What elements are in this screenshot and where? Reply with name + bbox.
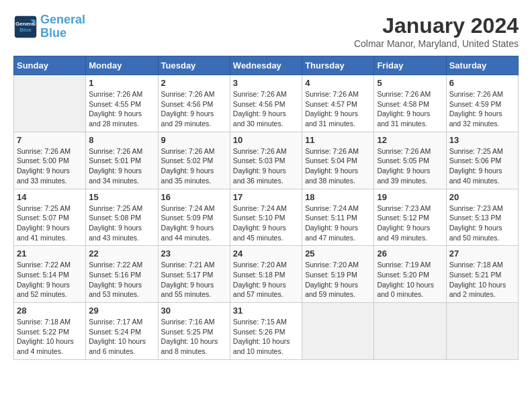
calendar-cell: 27 Sunrise: 7:18 AM Sunset: 5:21 PM Dayl… — [446, 246, 518, 303]
daylight: Daylight: 10 hours and 2 minutes. — [449, 281, 506, 299]
sunset: Sunset: 4:58 PM — [377, 100, 429, 108]
day-number: 22 — [89, 248, 154, 259]
sunset: Sunset: 5:21 PM — [449, 271, 502, 279]
calendar-cell: 10 Sunrise: 7:26 AM Sunset: 5:03 PM Dayl… — [230, 132, 302, 189]
calendar-cell: 31 Sunrise: 7:15 AM Sunset: 5:26 PM Dayl… — [230, 303, 302, 360]
day-number: 12 — [377, 135, 443, 145]
daylight: Daylight: 9 hours and 49 minutes. — [377, 224, 430, 242]
daylight: Daylight: 9 hours and 57 minutes. — [233, 281, 286, 299]
sunset: Sunset: 4:57 PM — [305, 100, 357, 108]
cell-info: Sunrise: 7:26 AM Sunset: 5:02 PM Dayligh… — [161, 146, 227, 186]
daylight: Daylight: 9 hours and 50 minutes. — [449, 224, 502, 242]
sunrise: Sunrise: 7:22 AM — [89, 261, 142, 269]
sunset: Sunset: 5:25 PM — [161, 328, 214, 336]
day-number: 3 — [233, 78, 299, 88]
cell-info: Sunrise: 7:26 AM Sunset: 5:05 PM Dayligh… — [377, 146, 443, 186]
col-tuesday: Tuesday — [158, 56, 230, 75]
sunrise: Sunrise: 7:20 AM — [233, 261, 287, 269]
cell-info: Sunrise: 7:22 AM Sunset: 5:14 PM Dayligh… — [17, 260, 83, 300]
sunset: Sunset: 5:24 PM — [89, 328, 141, 336]
day-number: 29 — [89, 306, 154, 316]
sunset: Sunset: 5:17 PM — [161, 271, 214, 279]
sunset: Sunset: 5:00 PM — [17, 156, 69, 165]
daylight: Daylight: 9 hours and 29 minutes. — [161, 109, 214, 128]
day-number: 27 — [449, 248, 515, 259]
daylight: Daylight: 10 hours and 8 minutes. — [161, 337, 218, 355]
calendar-cell: 3 Sunrise: 7:26 AM Sunset: 4:56 PM Dayli… — [230, 75, 302, 132]
day-number: 24 — [233, 248, 299, 259]
calendar-cell: 5 Sunrise: 7:26 AM Sunset: 4:58 PM Dayli… — [374, 75, 446, 132]
day-number: 19 — [377, 192, 443, 202]
sunrise: Sunrise: 7:26 AM — [449, 90, 503, 98]
cell-info: Sunrise: 7:16 AM Sunset: 5:25 PM Dayligh… — [161, 317, 227, 357]
daylight: Daylight: 9 hours and 44 minutes. — [161, 224, 214, 242]
cell-info: Sunrise: 7:26 AM Sunset: 5:03 PM Dayligh… — [233, 146, 299, 186]
sunrise: Sunrise: 7:19 AM — [377, 261, 431, 269]
sunrise: Sunrise: 7:26 AM — [377, 147, 431, 155]
day-number: 7 — [17, 135, 83, 145]
day-number: 15 — [89, 192, 154, 202]
sunrise: Sunrise: 7:21 AM — [161, 261, 215, 269]
calendar-cell — [374, 303, 446, 360]
cell-info: Sunrise: 7:26 AM Sunset: 4:55 PM Dayligh… — [89, 89, 154, 129]
cell-info: Sunrise: 7:25 AM Sunset: 5:08 PM Dayligh… — [89, 203, 154, 243]
cell-info: Sunrise: 7:26 AM Sunset: 4:57 PM Dayligh… — [305, 89, 371, 129]
sunrise: Sunrise: 7:23 AM — [377, 204, 431, 212]
daylight: Daylight: 9 hours and 45 minutes. — [233, 224, 286, 242]
sunset: Sunset: 5:08 PM — [89, 214, 141, 222]
day-number: 21 — [17, 248, 83, 259]
daylight: Daylight: 10 hours and 4 minutes. — [17, 337, 74, 355]
calendar-cell: 13 Sunrise: 7:25 AM Sunset: 5:06 PM Dayl… — [446, 132, 518, 189]
calendar-header: Sunday Monday Tuesday Wednesday Thursday… — [14, 56, 519, 75]
daylight: Daylight: 9 hours and 28 minutes. — [89, 109, 142, 128]
sunrise: Sunrise: 7:25 AM — [89, 204, 142, 212]
calendar-cell: 25 Sunrise: 7:20 AM Sunset: 5:19 PM Dayl… — [302, 246, 374, 303]
day-number: 4 — [305, 78, 371, 88]
calendar-cell: 19 Sunrise: 7:23 AM Sunset: 5:12 PM Dayl… — [374, 189, 446, 246]
daylight: Daylight: 9 hours and 31 minutes. — [305, 109, 358, 128]
calendar-cell: 2 Sunrise: 7:26 AM Sunset: 4:56 PM Dayli… — [158, 75, 230, 132]
cell-info: Sunrise: 7:21 AM Sunset: 5:17 PM Dayligh… — [161, 260, 227, 300]
sunrise: Sunrise: 7:15 AM — [233, 318, 287, 326]
day-number: 6 — [449, 78, 515, 88]
cell-info: Sunrise: 7:26 AM Sunset: 5:00 PM Dayligh… — [17, 146, 83, 186]
sunset: Sunset: 5:01 PM — [89, 156, 141, 165]
calendar-body: 1 Sunrise: 7:26 AM Sunset: 4:55 PM Dayli… — [14, 75, 519, 360]
cell-info: Sunrise: 7:15 AM Sunset: 5:26 PM Dayligh… — [233, 317, 299, 357]
day-number: 11 — [305, 135, 371, 145]
daylight: Daylight: 9 hours and 59 minutes. — [305, 281, 358, 299]
col-saturday: Saturday — [446, 56, 518, 75]
daylight: Daylight: 10 hours and 10 minutes. — [233, 337, 290, 355]
daylight: Daylight: 9 hours and 32 minutes. — [449, 109, 502, 128]
sunrise: Sunrise: 7:24 AM — [305, 204, 359, 212]
cell-info: Sunrise: 7:26 AM Sunset: 4:58 PM Dayligh… — [377, 89, 443, 129]
sunrise: Sunrise: 7:26 AM — [89, 147, 142, 155]
sunset: Sunset: 5:14 PM — [17, 271, 69, 279]
day-number: 9 — [161, 135, 227, 145]
daylight: Daylight: 9 hours and 53 minutes. — [89, 281, 142, 299]
calendar-cell — [446, 303, 518, 360]
sunrise: Sunrise: 7:26 AM — [233, 90, 287, 98]
cell-info: Sunrise: 7:24 AM Sunset: 5:09 PM Dayligh… — [161, 203, 227, 243]
day-number: 1 — [89, 78, 154, 88]
sunset: Sunset: 5:26 PM — [233, 328, 285, 336]
calendar-table: Sunday Monday Tuesday Wednesday Thursday… — [13, 56, 519, 360]
sunrise: Sunrise: 7:26 AM — [161, 90, 215, 98]
day-number: 13 — [449, 135, 515, 145]
cell-info: Sunrise: 7:23 AM Sunset: 5:13 PM Dayligh… — [449, 203, 515, 243]
sunset: Sunset: 5:07 PM — [17, 214, 69, 222]
calendar-cell: 9 Sunrise: 7:26 AM Sunset: 5:02 PM Dayli… — [158, 132, 230, 189]
day-number: 16 — [161, 192, 227, 202]
calendar-cell: 26 Sunrise: 7:19 AM Sunset: 5:20 PM Dayl… — [374, 246, 446, 303]
cell-info: Sunrise: 7:26 AM Sunset: 5:01 PM Dayligh… — [89, 146, 154, 186]
sunrise: Sunrise: 7:23 AM — [449, 204, 503, 212]
sunrise: Sunrise: 7:26 AM — [305, 147, 359, 155]
calendar-cell: 23 Sunrise: 7:21 AM Sunset: 5:17 PM Dayl… — [158, 246, 230, 303]
calendar-cell: 30 Sunrise: 7:16 AM Sunset: 5:25 PM Dayl… — [158, 303, 230, 360]
day-number: 8 — [89, 135, 154, 145]
calendar-cell: 16 Sunrise: 7:24 AM Sunset: 5:09 PM Dayl… — [158, 189, 230, 246]
calendar-cell: 22 Sunrise: 7:22 AM Sunset: 5:16 PM Dayl… — [86, 246, 158, 303]
calendar-cell: 28 Sunrise: 7:18 AM Sunset: 5:22 PM Dayl… — [14, 303, 86, 360]
cell-info: Sunrise: 7:24 AM Sunset: 5:10 PM Dayligh… — [233, 203, 299, 243]
sunset: Sunset: 4:55 PM — [89, 100, 141, 108]
